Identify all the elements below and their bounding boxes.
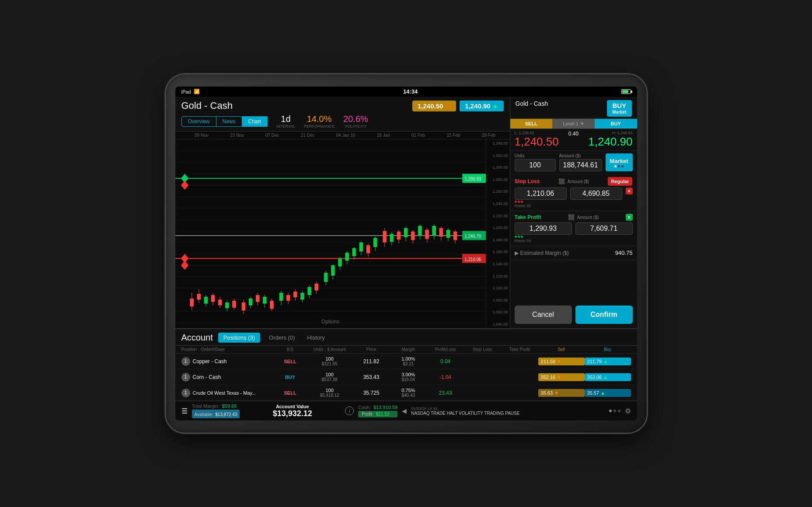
sl-amount-value[interactable]: 4,690.85 (570, 188, 622, 200)
margin-expand-icon[interactable]: ▶ (515, 250, 519, 256)
margin-row: ▶ Estimated Margin ($) 940.75 (510, 246, 637, 260)
sell-level-tab[interactable]: SELL (510, 119, 553, 128)
level1-tab[interactable]: Level 1 ▼ (552, 119, 595, 128)
sell-price-value: 1,240.50 (418, 102, 443, 110)
td-margin-0: 1.00% $3.21 (390, 356, 427, 366)
dot-nav-1[interactable] (609, 410, 612, 412)
svg-rect-30 (190, 299, 194, 306)
settings-icon[interactable]: ⚙ (625, 407, 631, 415)
units-field: Units 100 (515, 153, 556, 171)
buy-level-tab[interactable]: BUY (595, 119, 637, 128)
svg-rect-54 (279, 293, 283, 301)
table-row[interactable]: 1 Crude Oil West Texas - May... SELL 100… (175, 385, 637, 401)
buy-price-badge[interactable]: 1,240.90 ▲ (460, 101, 503, 111)
take-profit-title: Take Profit (515, 214, 541, 220)
buy-market-button[interactable]: BUY Market (607, 100, 631, 117)
td-sell-2[interactable]: 35.63 ▼ (538, 389, 585, 397)
account-title: Account (181, 333, 213, 343)
tab-overview[interactable]: Overview (181, 116, 216, 127)
sl-price-value[interactable]: 1,210.06 (515, 188, 567, 200)
price-label-12: 1,100.00 (488, 286, 508, 290)
price-badges: 1,240.50 ▼ 1,240.90 ▲ (412, 101, 504, 111)
profit-label: Profit: (362, 412, 373, 417)
td-pl-0: 0.04 (427, 358, 464, 365)
table-row[interactable]: 1 Copper - Cash SELL 100 $321.95 211.82 … (175, 354, 637, 369)
amount-field: Amount ($) 188,744.61 (559, 153, 602, 171)
dot-nav-3[interactable] (618, 410, 620, 412)
svg-text:1,210.06: 1,210.06 (464, 256, 481, 262)
pos-name-1: Corn - Cash (193, 374, 221, 380)
total-margin-value: $59.68 (222, 403, 237, 409)
td-buy-1[interactable]: 353.06 ▲ (585, 373, 631, 381)
cash-value: $13,910.59 (373, 405, 397, 410)
svg-rect-40 (225, 302, 229, 308)
footer-totals: Total Margin: $59.68 Available: $13,872.… (192, 403, 240, 418)
chart-price-axis: 1,340.00 1,320.00 1,300.00 1,280.00 1,26… (486, 139, 510, 328)
svg-text:1,240.70: 1,240.70 (464, 233, 481, 239)
units-value[interactable]: 100 (515, 159, 556, 171)
svg-rect-32 (197, 294, 201, 299)
tp-amount-value[interactable]: 7,609.71 (575, 222, 633, 235)
tp-amount-header: Amount ($) (577, 215, 599, 220)
market-type-button[interactable]: Market (606, 153, 633, 171)
svg-rect-68 (331, 265, 335, 276)
chart-header: Gold - Cash 1,240.50 ▼ 1,240.90 ▲ (175, 97, 510, 132)
orders-tab[interactable]: Orders (0) (265, 333, 298, 343)
account-value-number: $13,932.12 (244, 409, 341, 418)
position-2: 1 Crude Oil West Texas - May... (181, 389, 274, 397)
menu-icon[interactable]: ☰ (181, 407, 188, 415)
svg-rect-92 (418, 226, 422, 236)
th-position: Position - Order#/Date (181, 347, 274, 352)
level-tabs: SELL Level 1 ▼ BUY (510, 119, 637, 129)
svg-rect-84 (390, 234, 394, 242)
confirm-button[interactable]: Confirm (575, 306, 633, 324)
order-type-label: Market (612, 110, 626, 115)
svg-rect-60 (300, 293, 304, 300)
history-tab[interactable]: History (303, 333, 328, 343)
svg-rect-86 (397, 232, 401, 240)
td-bs-0: SELL (274, 358, 306, 365)
dot-1 (614, 165, 617, 167)
td-sell-0[interactable]: 211.59 ▼ (538, 358, 585, 365)
td-sell-1[interactable]: 352.16 ▼ (538, 373, 585, 381)
price-label-8: 1,180.00 (488, 238, 508, 242)
svg-rect-48 (255, 295, 259, 302)
price-label-7: 1,200.00 (488, 226, 508, 230)
svg-rect-100 (446, 230, 450, 238)
svg-rect-46 (248, 299, 252, 306)
tab-news[interactable]: News (216, 116, 242, 127)
interval-label: INTERVAL (276, 124, 295, 128)
th-price: Price (353, 347, 390, 352)
sl-close-button[interactable]: ✕ (626, 188, 633, 194)
table-row[interactable]: 1 Corn - Cash BUY 100 $537.38 353.43 3.0… (175, 369, 637, 385)
svg-rect-58 (293, 292, 297, 297)
volatility-label: VOLATILITY (343, 124, 368, 128)
tp-price-value[interactable]: 1,290.93 (515, 222, 572, 235)
svg-rect-80 (373, 238, 377, 247)
th-margin: Margin (390, 347, 427, 352)
units-amount-row: Units 100 Amount ($) 188,744.61 Market (510, 151, 637, 174)
table-header: Position - Order#/Date B/S Units - $ Amo… (175, 346, 637, 354)
sell-price-badge[interactable]: 1,240.50 ▼ (412, 101, 456, 111)
dot-nav-2[interactable] (613, 410, 616, 412)
tab-chart[interactable]: Chart (242, 116, 268, 127)
td-buy-0[interactable]: 211.79 ▲ (585, 358, 631, 365)
regular-button[interactable]: Regular (608, 177, 633, 186)
svg-rect-44 (241, 302, 245, 310)
th-units: Units - $ Amount (307, 347, 353, 352)
td-buy-2[interactable]: 35.57 ▲ (585, 389, 631, 397)
svg-rect-88 (404, 228, 408, 237)
news-text: NASDAQ TRADE HALT VOLATILITY TRADING PAU… (411, 411, 604, 416)
positions-tab[interactable]: Positions (3) (218, 333, 260, 343)
ipad-frame: iPad 📶 14:34 Gold - Cash 1,240.50 (166, 74, 647, 433)
tp-amount-field: 7,609.71 (575, 222, 633, 235)
info-icon[interactable]: i (345, 406, 354, 415)
chart-area[interactable]: 09 Nov 23 Nov 07 Dec 21 Dec 04 Jan 16 18… (175, 132, 510, 328)
date-5: 18 Jan (377, 133, 390, 138)
nav-prev-icon[interactable]: ◀ (402, 407, 407, 414)
tp-close-button[interactable]: ✕ (626, 214, 633, 221)
cancel-button[interactable]: Cancel (515, 306, 572, 324)
low-label: L: 1,236.60 (515, 131, 559, 135)
amount-value[interactable]: 188,744.61 (559, 159, 602, 171)
available-label: Available: (195, 412, 213, 417)
